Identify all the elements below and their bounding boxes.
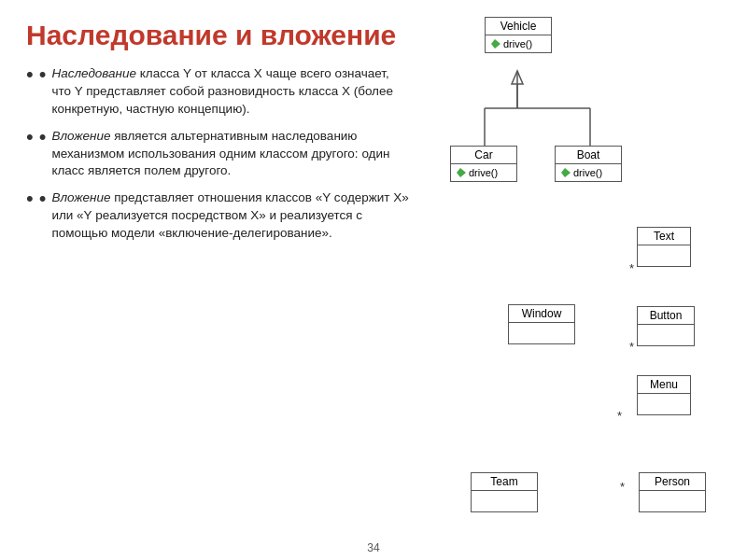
vehicle-body: drive()	[486, 35, 551, 52]
menu-title: Menu	[638, 376, 690, 394]
boat-body: drive()	[556, 164, 621, 181]
method-icon-boat	[561, 168, 571, 177]
window-body	[509, 323, 574, 343]
right-panel: Vehicle drive() Car drive()	[430, 0, 747, 560]
menu-star: *	[617, 409, 622, 423]
menu-body	[638, 394, 690, 414]
bullet-icon: •	[39, 127, 47, 147]
team-title: Team	[472, 473, 537, 491]
list-item: • Вложение является альтернативным насле…	[26, 128, 411, 181]
person-title: Person	[640, 473, 705, 491]
uml-arrows	[433, 7, 740, 553]
vehicle-method: drive()	[489, 37, 547, 50]
button-body	[638, 325, 694, 345]
car-box: Car drive()	[450, 146, 517, 182]
window-title: Window	[509, 305, 574, 323]
bullet-list: • Наследование класса Y от класса X чаще…	[26, 65, 411, 252]
bullet-text-1: Наследование класса Y от класса X чаще в…	[51, 65, 411, 119]
car-method-text: drive()	[469, 167, 498, 178]
button-star: *	[629, 340, 634, 354]
list-item: • Наследование класса Y от класса X чаще…	[26, 65, 411, 119]
slide-title: Наследование и вложение	[26, 19, 411, 52]
text-title: Text	[638, 228, 690, 245]
list-item: • Вложение представляет отношения классо…	[26, 189, 411, 243]
button-title: Button	[638, 307, 694, 325]
bullet-text-3: Вложение представляет отношения классов …	[51, 189, 411, 243]
car-body: drive()	[451, 164, 516, 181]
vehicle-box: Vehicle drive()	[485, 17, 552, 53]
bullet-text-2: Вложение является альтернативным наследо…	[51, 128, 411, 181]
team-body	[472, 491, 537, 511]
slide: Наследование и вложение • Наследование к…	[0, 0, 747, 560]
window-box: Window	[508, 304, 575, 344]
boat-box: Boat drive()	[555, 146, 622, 182]
text-body	[638, 245, 690, 266]
left-panel: Наследование и вложение • Наследование к…	[0, 0, 430, 560]
method-icon	[491, 39, 500, 49]
person-body	[640, 491, 705, 511]
page-number: 34	[367, 541, 379, 554]
boat-title: Boat	[556, 147, 621, 164]
button-box: Button	[637, 306, 695, 346]
person-star: *	[620, 480, 625, 494]
uml-container: Vehicle drive() Car drive()	[433, 7, 740, 553]
vehicle-method-text: drive()	[503, 38, 532, 49]
text-box: Text	[637, 227, 691, 267]
svg-marker-3	[512, 71, 523, 84]
car-method: drive()	[455, 166, 513, 179]
text-star: *	[629, 261, 634, 275]
method-icon-car	[457, 168, 466, 177]
menu-box: Menu	[637, 375, 691, 415]
bullet-icon: •	[39, 64, 47, 85]
team-box: Team	[471, 472, 538, 512]
vehicle-title: Vehicle	[486, 18, 551, 35]
person-box: Person	[639, 472, 706, 512]
car-title: Car	[451, 147, 516, 164]
boat-method-text: drive()	[573, 167, 602, 178]
bullet-icon: •	[39, 189, 47, 209]
boat-method: drive()	[559, 166, 617, 179]
